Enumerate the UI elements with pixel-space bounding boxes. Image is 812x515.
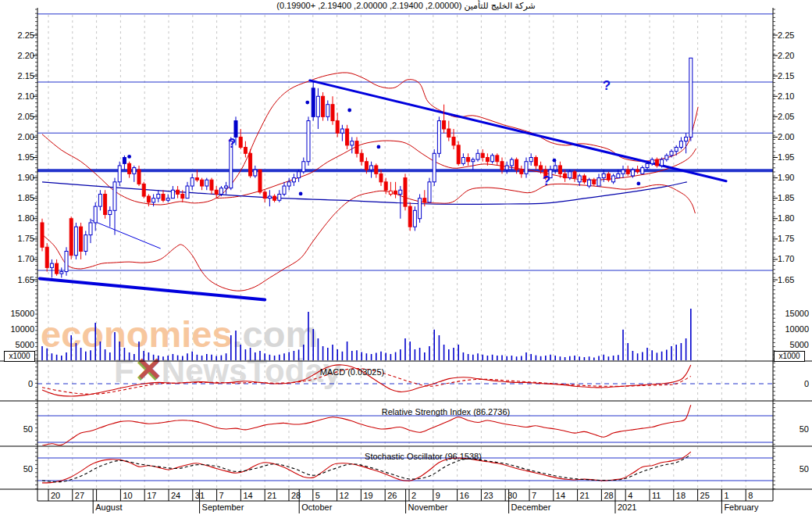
candle-body	[147, 196, 150, 202]
signal-dot	[553, 159, 557, 163]
candle-body	[219, 188, 223, 195]
candle-body	[128, 163, 131, 173]
candle-body	[331, 105, 334, 121]
question-mark: ?	[543, 173, 550, 188]
candle-body	[394, 191, 397, 194]
signal-dot	[347, 109, 351, 113]
question-mark: ?	[228, 136, 236, 151]
candle-body	[322, 96, 325, 116]
candle-body	[418, 198, 422, 219]
candle-body	[607, 173, 610, 180]
candle-body	[626, 170, 629, 173]
candle-body	[655, 159, 658, 166]
candle-body	[529, 158, 532, 162]
candle-body	[505, 166, 508, 170]
candle-body	[283, 186, 286, 194]
macd-signal-line	[42, 369, 691, 395]
rsi-panel	[37, 405, 773, 445]
candle-body	[573, 172, 576, 178]
candle-body	[201, 180, 204, 186]
candle-body	[399, 190, 402, 194]
candle-body	[254, 170, 257, 176]
stochastic-panel	[37, 452, 773, 483]
candle-body	[215, 190, 218, 194]
candle-body	[336, 121, 339, 134]
candle-body	[375, 166, 378, 173]
candle-body	[287, 182, 290, 186]
macd-panel	[37, 365, 773, 396]
candle-body	[617, 173, 620, 177]
candle-body	[186, 186, 189, 198]
candle-body	[74, 227, 77, 256]
candle-body	[123, 158, 126, 164]
candle-body	[428, 182, 431, 202]
signal-dot	[305, 101, 309, 105]
candle-body	[268, 196, 271, 198]
candle-body	[491, 156, 494, 162]
candle-body	[461, 158, 465, 164]
candle-body	[80, 227, 83, 251]
candle-body	[355, 141, 358, 154]
candle-body	[137, 170, 141, 184]
candle-body	[636, 170, 639, 172]
candle-body	[408, 206, 411, 227]
rsi-line	[42, 405, 691, 445]
candle-body	[641, 168, 644, 174]
candle-body	[534, 158, 537, 166]
macd-macd-line	[42, 365, 691, 396]
chart-data-layer: ???	[0, 0, 812, 515]
candle-body	[540, 166, 543, 170]
candle-body	[689, 58, 693, 137]
candle-body	[443, 121, 446, 129]
candle-body	[661, 159, 664, 166]
candle-body	[297, 172, 301, 178]
candle-body	[205, 180, 208, 186]
candle-body	[225, 186, 228, 188]
candle-body	[312, 88, 315, 117]
candle-body	[602, 173, 605, 177]
stoch-pctK-line	[42, 452, 691, 483]
candle-body	[258, 170, 262, 192]
candle-body	[554, 166, 557, 170]
candle-body	[588, 180, 591, 186]
candle-body	[500, 162, 504, 170]
candle-body	[360, 153, 363, 161]
stock-chart-window: economies.com F✕✕NewsToday ??? شركة الخل…	[0, 0, 812, 515]
candle-body	[195, 178, 198, 181]
candle-body	[582, 176, 586, 182]
candle-body	[98, 194, 102, 206]
question-mark: ?	[603, 78, 611, 93]
candle-body	[340, 129, 344, 133]
candle-body	[564, 173, 567, 177]
trendline	[40, 278, 265, 299]
candle-body	[351, 141, 354, 145]
candle-body	[118, 166, 121, 182]
candle-body	[45, 247, 48, 267]
candle-body	[41, 223, 44, 247]
candle-body	[675, 147, 678, 151]
candle-body	[612, 176, 615, 182]
stoch-pctD-line	[42, 455, 691, 482]
candle-body	[104, 194, 107, 214]
candle-body	[520, 170, 523, 173]
main-panel: ???	[37, 14, 773, 300]
candle-body	[679, 141, 682, 148]
candle-body	[55, 263, 59, 274]
candle-body	[650, 159, 654, 163]
candle-body	[413, 210, 416, 227]
candle-body	[234, 121, 237, 138]
candle-body	[568, 172, 572, 178]
candle-body	[433, 153, 436, 182]
candle-body	[326, 105, 329, 117]
candle-body	[467, 158, 470, 162]
candle-body	[142, 184, 145, 196]
candle-body	[365, 162, 368, 170]
candle-body	[346, 129, 349, 145]
candle-body	[278, 194, 281, 200]
candle-body	[133, 168, 136, 174]
candle-body	[457, 145, 460, 163]
candle-body	[176, 190, 180, 194]
candle-body	[84, 235, 87, 252]
candle-body	[437, 121, 440, 154]
candle-body	[94, 206, 97, 223]
